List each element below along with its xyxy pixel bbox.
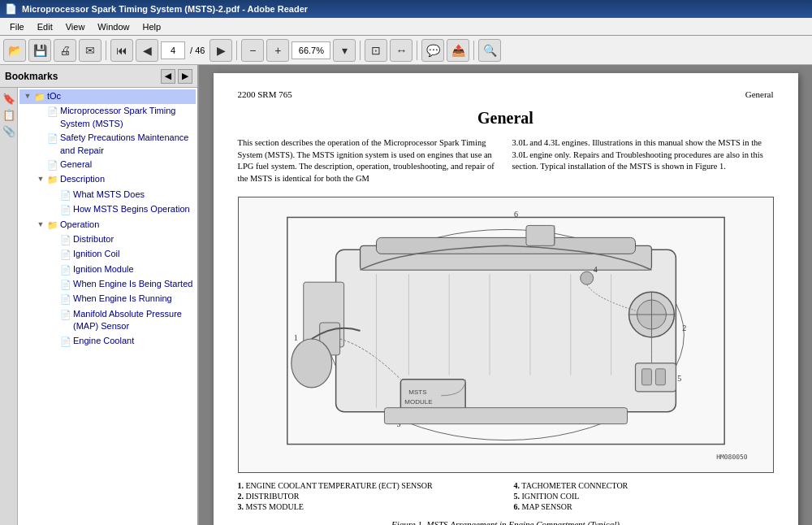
svg-point-23 — [580, 271, 593, 284]
label-what: What MSTS Does — [73, 189, 196, 201]
pdf-viewer[interactable]: 2200 SRM 765 General General This sectio… — [199, 65, 812, 525]
legend-item-5: 5. IGNITION COIL — [514, 492, 774, 501]
tb-first-page-button[interactable]: ⏮ — [110, 39, 133, 62]
legend-item-2: 2. DISTRIBUTOR — [238, 492, 498, 501]
bookmark-msts[interactable]: 📄 Microprocessor Spark Timing System (MS… — [19, 104, 196, 131]
tb-zoom-out-button[interactable]: − — [241, 39, 264, 62]
bookmark-engine-coolant[interactable]: 📄 Engine Coolant — [19, 334, 196, 349]
svg-text:HM080050: HM080050 — [716, 453, 748, 460]
panel-collapse-button[interactable]: ◀ — [161, 69, 175, 84]
menu-window[interactable]: Window — [91, 20, 136, 33]
icon-msts: 📄 — [47, 106, 58, 118]
icon-general: 📄 — [47, 159, 58, 171]
pdf-header: 2200 SRM 765 General — [238, 89, 774, 99]
attachments-icon[interactable]: 📎 — [2, 124, 16, 138]
icon-how: 📄 — [60, 204, 71, 216]
title-bar-text: Microprocessor Spark Timing System (MSTS… — [22, 4, 308, 14]
svg-text:MODULE: MODULE — [404, 397, 432, 405]
label-running: When Engine Is Running — [73, 293, 196, 305]
pdf-col-1: This section describes the operation of … — [238, 137, 499, 185]
bookmarks-icon[interactable]: 🔖 — [2, 91, 16, 106]
menu-bar: File Edit View Window Help — [0, 18, 812, 36]
title-bar: 📄 Microprocessor Spark Timing System (MS… — [0, 0, 812, 18]
bookmark-how-msts[interactable]: 📄 How MSTS Begins Operation — [19, 202, 196, 217]
pdf-col-2: 3.0L and 4.3L engines. Illustrations in … — [512, 137, 774, 185]
pdf-body-text: This section describes the operation of … — [238, 137, 774, 185]
menu-help[interactable]: Help — [136, 20, 167, 33]
toggle-description[interactable]: ▼ — [34, 174, 47, 184]
left-panel: Bookmarks ◀ ▶ 🔖 📋 📎 ▼ 📁 tOc — [0, 65, 199, 525]
bookmark-toc[interactable]: ▼ 📁 tOc — [19, 89, 196, 104]
label-msts: Microprocessor Spark Timing System (MSTS… — [60, 105, 196, 130]
svg-rect-21 — [525, 225, 554, 245]
bookmark-ignition-module[interactable]: 📄 Ignition Module — [19, 262, 196, 277]
svg-text:MSTS: MSTS — [408, 388, 426, 396]
tb-email-button[interactable]: ✉ — [79, 39, 102, 62]
toggle-operation[interactable]: ▼ — [34, 219, 47, 230]
menu-file[interactable]: File — [3, 20, 31, 33]
svg-rect-12 — [641, 369, 651, 385]
panel-header-buttons: ◀ ▶ — [161, 69, 192, 84]
zoom-input[interactable] — [292, 41, 330, 59]
bookmarks-tree[interactable]: ▼ 📁 tOc 📄 Microprocessor Spark Timing Sy… — [18, 88, 197, 525]
legend-item-6: 6. MAP SENSOR — [514, 502, 774, 511]
icon-distributor: 📄 — [60, 234, 71, 246]
svg-rect-32 — [384, 407, 627, 423]
tb-zoom-dropdown-button[interactable]: ▾ — [333, 39, 356, 62]
pdf-col2-text: 3.0L and 4.3L engines. Illustrations in … — [512, 138, 763, 171]
svg-text:6: 6 — [513, 210, 517, 219]
bookmark-ignition-coil[interactable]: 📄 Ignition Coil — [19, 247, 196, 262]
tb-print-button[interactable]: 🖨 — [54, 39, 76, 62]
tb-comment-button[interactable]: 💬 — [421, 39, 444, 62]
legend-item-3: 3. MSTS MODULE — [238, 502, 498, 511]
tb-separator-5 — [473, 41, 474, 60]
tb-save-button[interactable]: 💾 — [28, 39, 51, 62]
tb-separator-1 — [106, 41, 106, 60]
label-map: Manifold Absolute Pressure (MAP) Sensor — [73, 308, 196, 333]
tb-share-button[interactable]: 📤 — [447, 39, 469, 62]
pdf-caption: Figure 1. MSTS Arrangement in Engine Com… — [238, 519, 774, 525]
bookmark-operation[interactable]: ▼ 📁 Operation — [19, 218, 196, 232]
icon-map: 📄 — [60, 309, 71, 321]
menu-edit[interactable]: Edit — [31, 20, 59, 33]
toggle-toc[interactable]: ▼ — [21, 91, 34, 102]
icon-module: 📄 — [60, 264, 71, 276]
tb-separator-3 — [360, 41, 361, 60]
menu-view[interactable]: View — [59, 20, 92, 33]
bookmark-when-starting[interactable]: 📄 When Engine Is Being Started — [19, 277, 196, 292]
icon-safety: 📄 — [47, 132, 58, 145]
icon-coolant: 📄 — [60, 336, 71, 348]
label-how: How MSTS Begins Operation — [73, 203, 196, 215]
tb-zoom-in-button[interactable]: + — [266, 39, 289, 62]
label-safety: Safety Precautions Maintenance and Repai… — [60, 132, 196, 157]
tb-fit-width-button[interactable]: ↔ — [390, 39, 412, 62]
tb-open-button[interactable]: 📂 — [3, 39, 26, 62]
bookmark-distributor[interactable]: 📄 Distributor — [19, 232, 196, 247]
bookmark-when-running[interactable]: 📄 When Engine Is Running — [19, 292, 196, 306]
label-general: General — [60, 158, 196, 171]
panel-content: 🔖 📋 📎 ▼ 📁 tOc 📄 Microprocessor Spark Tim… — [0, 88, 197, 525]
label-coolant: Engine Coolant — [73, 335, 196, 347]
main-area: Bookmarks ◀ ▶ 🔖 📋 📎 ▼ 📁 tOc — [0, 65, 812, 525]
page-number-input[interactable] — [161, 41, 185, 59]
tb-next-page-button[interactable]: ▶ — [209, 39, 232, 62]
bookmark-what-msts[interactable]: 📄 What MSTS Does — [19, 188, 196, 202]
panel-expand-button[interactable]: ▶ — [178, 69, 192, 84]
tb-separator-2 — [236, 41, 237, 60]
label-starting: When Engine Is Being Started — [73, 278, 196, 290]
bookmark-description[interactable]: ▼ 📁 Description — [19, 172, 196, 187]
tb-search-button[interactable]: 🔍 — [478, 39, 501, 62]
layers-icon[interactable]: 📋 — [2, 107, 16, 122]
bookmark-safety[interactable]: 📄 Safety Precautions Maintenance and Rep… — [19, 131, 196, 158]
bookmark-general[interactable]: 📄 General — [19, 158, 196, 172]
panel-title: Bookmarks — [5, 71, 58, 82]
left-icons-strip: 🔖 📋 📎 — [0, 88, 18, 525]
tb-prev-page-button[interactable]: ◀ — [136, 39, 158, 62]
tb-fit-page-button[interactable]: ⊡ — [365, 39, 387, 62]
bookmark-map-sensor[interactable]: 📄 Manifold Absolute Pressure (MAP) Senso… — [19, 307, 196, 334]
legend-item-1: 1. ENGINE COOLANT TEMPERATURE (ECT) SENS… — [238, 481, 498, 490]
title-bar-icon: 📄 — [5, 3, 17, 15]
toolbar: 📂 💾 🖨 ✉ ⏮ ◀ / 46 ▶ − + ▾ ⊡ ↔ 💬 📤 🔍 — [0, 36, 812, 65]
svg-text:1: 1 — [293, 333, 297, 342]
pdf-header-right: General — [745, 89, 774, 99]
